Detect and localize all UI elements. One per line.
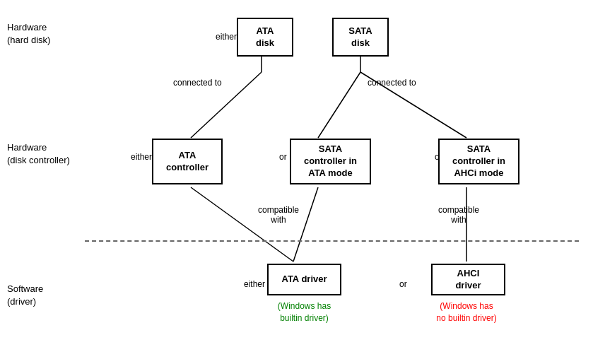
box-ata-controller: ATAcontroller: [152, 139, 223, 184]
or-label-4: or: [399, 279, 407, 289]
diagram-container: Hardware(hard disk) Hardware(disk contro…: [0, 0, 593, 364]
box-sata-controller-ata: SATAcontroller inATA mode: [290, 139, 371, 184]
either-label-1: either: [216, 32, 237, 42]
box-ata-disk: ATAdisk: [237, 18, 293, 57]
box-ahci-driver: AHCIdriver: [431, 264, 505, 295]
connected-to-label-1: connected to: [173, 78, 222, 88]
either-label-2: either: [131, 152, 152, 162]
box-sata-controller-ahci: SATAcontroller inAHCi mode: [438, 139, 519, 184]
box-sata-disk: SATAdisk: [332, 18, 389, 57]
svg-line-3: [318, 72, 360, 138]
box-ata-driver: ATA driver: [267, 264, 341, 295]
label-hardware-hard-disk: Hardware(hard disk): [7, 21, 50, 47]
compatible-with-label-2: compatiblewith: [438, 205, 479, 225]
note-windows-builtin: (Windows hasbuiltin driver): [267, 300, 341, 324]
label-hardware-disk-controller: Hardware(disk controller): [7, 141, 70, 167]
or-label-2: or: [279, 152, 287, 162]
dashed-divider: [85, 240, 579, 242]
compatible-with-label-1: compatiblewith: [258, 205, 299, 225]
either-label-3: either: [244, 279, 265, 289]
connected-to-label-2: connected to: [368, 78, 416, 88]
label-software-driver: Software(driver): [7, 283, 43, 308]
note-windows-no-builtin: (Windows hasno builtin driver): [424, 300, 509, 324]
